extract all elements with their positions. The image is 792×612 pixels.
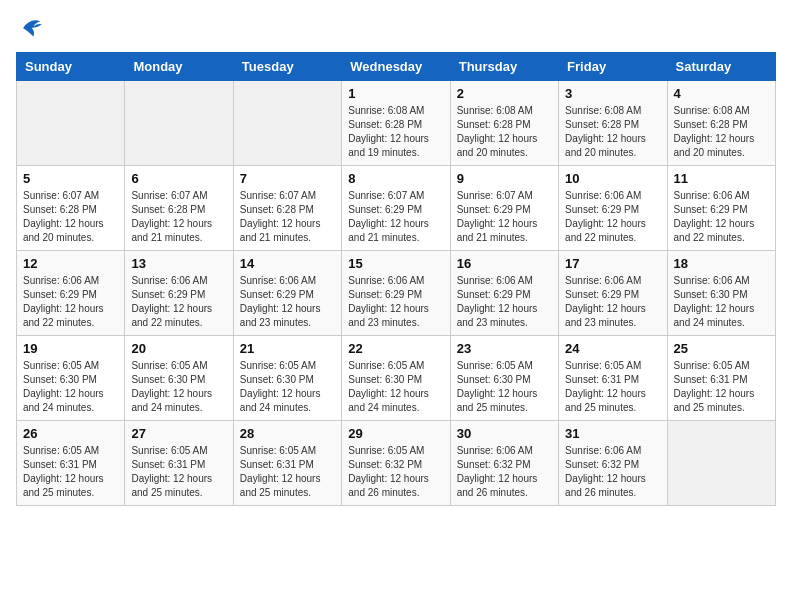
calendar-cell: 8Sunrise: 6:07 AM Sunset: 6:29 PM Daylig… [342,166,450,251]
calendar-cell: 29Sunrise: 6:05 AM Sunset: 6:32 PM Dayli… [342,421,450,506]
day-number: 23 [457,341,552,356]
calendar: SundayMondayTuesdayWednesdayThursdayFrid… [16,52,776,506]
day-info: Sunrise: 6:05 AM Sunset: 6:31 PM Dayligh… [674,359,769,415]
calendar-cell: 5Sunrise: 6:07 AM Sunset: 6:28 PM Daylig… [17,166,125,251]
day-number: 7 [240,171,335,186]
calendar-cell: 10Sunrise: 6:06 AM Sunset: 6:29 PM Dayli… [559,166,667,251]
day-info: Sunrise: 6:06 AM Sunset: 6:29 PM Dayligh… [23,274,118,330]
day-number: 6 [131,171,226,186]
day-info: Sunrise: 6:07 AM Sunset: 6:28 PM Dayligh… [240,189,335,245]
day-number: 21 [240,341,335,356]
day-number: 2 [457,86,552,101]
day-number: 14 [240,256,335,271]
calendar-cell: 27Sunrise: 6:05 AM Sunset: 6:31 PM Dayli… [125,421,233,506]
day-number: 20 [131,341,226,356]
day-number: 27 [131,426,226,441]
day-info: Sunrise: 6:06 AM Sunset: 6:30 PM Dayligh… [674,274,769,330]
day-info: Sunrise: 6:05 AM Sunset: 6:30 PM Dayligh… [457,359,552,415]
calendar-cell: 14Sunrise: 6:06 AM Sunset: 6:29 PM Dayli… [233,251,341,336]
logo-icon [16,16,44,40]
calendar-cell: 30Sunrise: 6:06 AM Sunset: 6:32 PM Dayli… [450,421,558,506]
day-info: Sunrise: 6:06 AM Sunset: 6:29 PM Dayligh… [131,274,226,330]
calendar-cell: 19Sunrise: 6:05 AM Sunset: 6:30 PM Dayli… [17,336,125,421]
day-info: Sunrise: 6:05 AM Sunset: 6:30 PM Dayligh… [348,359,443,415]
day-number: 13 [131,256,226,271]
calendar-cell: 6Sunrise: 6:07 AM Sunset: 6:28 PM Daylig… [125,166,233,251]
day-number: 25 [674,341,769,356]
calendar-cell: 22Sunrise: 6:05 AM Sunset: 6:30 PM Dayli… [342,336,450,421]
day-info: Sunrise: 6:08 AM Sunset: 6:28 PM Dayligh… [674,104,769,160]
calendar-cell: 20Sunrise: 6:05 AM Sunset: 6:30 PM Dayli… [125,336,233,421]
day-info: Sunrise: 6:06 AM Sunset: 6:29 PM Dayligh… [565,189,660,245]
calendar-cell [233,81,341,166]
day-info: Sunrise: 6:05 AM Sunset: 6:31 PM Dayligh… [131,444,226,500]
day-info: Sunrise: 6:07 AM Sunset: 6:29 PM Dayligh… [457,189,552,245]
day-number: 4 [674,86,769,101]
day-info: Sunrise: 6:08 AM Sunset: 6:28 PM Dayligh… [457,104,552,160]
day-number: 29 [348,426,443,441]
weekday-header: Friday [559,53,667,81]
calendar-cell: 13Sunrise: 6:06 AM Sunset: 6:29 PM Dayli… [125,251,233,336]
calendar-cell: 12Sunrise: 6:06 AM Sunset: 6:29 PM Dayli… [17,251,125,336]
calendar-cell: 23Sunrise: 6:05 AM Sunset: 6:30 PM Dayli… [450,336,558,421]
day-number: 17 [565,256,660,271]
calendar-cell [17,81,125,166]
day-number: 15 [348,256,443,271]
weekday-header: Tuesday [233,53,341,81]
day-number: 1 [348,86,443,101]
calendar-cell: 18Sunrise: 6:06 AM Sunset: 6:30 PM Dayli… [667,251,775,336]
day-info: Sunrise: 6:06 AM Sunset: 6:29 PM Dayligh… [240,274,335,330]
day-number: 16 [457,256,552,271]
day-info: Sunrise: 6:08 AM Sunset: 6:28 PM Dayligh… [565,104,660,160]
day-number: 5 [23,171,118,186]
weekday-header: Wednesday [342,53,450,81]
day-number: 8 [348,171,443,186]
calendar-cell: 11Sunrise: 6:06 AM Sunset: 6:29 PM Dayli… [667,166,775,251]
calendar-cell: 3Sunrise: 6:08 AM Sunset: 6:28 PM Daylig… [559,81,667,166]
calendar-cell: 9Sunrise: 6:07 AM Sunset: 6:29 PM Daylig… [450,166,558,251]
day-number: 12 [23,256,118,271]
calendar-cell: 16Sunrise: 6:06 AM Sunset: 6:29 PM Dayli… [450,251,558,336]
calendar-cell: 21Sunrise: 6:05 AM Sunset: 6:30 PM Dayli… [233,336,341,421]
day-number: 18 [674,256,769,271]
weekday-header: Monday [125,53,233,81]
day-info: Sunrise: 6:05 AM Sunset: 6:31 PM Dayligh… [565,359,660,415]
calendar-cell: 31Sunrise: 6:06 AM Sunset: 6:32 PM Dayli… [559,421,667,506]
day-info: Sunrise: 6:07 AM Sunset: 6:28 PM Dayligh… [131,189,226,245]
day-info: Sunrise: 6:06 AM Sunset: 6:32 PM Dayligh… [457,444,552,500]
calendar-header: SundayMondayTuesdayWednesdayThursdayFrid… [17,53,776,81]
header [16,16,776,40]
day-number: 10 [565,171,660,186]
logo [16,16,48,40]
day-number: 19 [23,341,118,356]
calendar-cell: 2Sunrise: 6:08 AM Sunset: 6:28 PM Daylig… [450,81,558,166]
calendar-cell [125,81,233,166]
day-number: 3 [565,86,660,101]
calendar-cell: 7Sunrise: 6:07 AM Sunset: 6:28 PM Daylig… [233,166,341,251]
day-number: 31 [565,426,660,441]
day-info: Sunrise: 6:05 AM Sunset: 6:31 PM Dayligh… [240,444,335,500]
day-number: 24 [565,341,660,356]
day-info: Sunrise: 6:05 AM Sunset: 6:32 PM Dayligh… [348,444,443,500]
day-number: 28 [240,426,335,441]
calendar-cell: 24Sunrise: 6:05 AM Sunset: 6:31 PM Dayli… [559,336,667,421]
day-info: Sunrise: 6:06 AM Sunset: 6:29 PM Dayligh… [457,274,552,330]
day-info: Sunrise: 6:05 AM Sunset: 6:30 PM Dayligh… [240,359,335,415]
day-info: Sunrise: 6:05 AM Sunset: 6:30 PM Dayligh… [131,359,226,415]
day-info: Sunrise: 6:08 AM Sunset: 6:28 PM Dayligh… [348,104,443,160]
day-info: Sunrise: 6:06 AM Sunset: 6:29 PM Dayligh… [348,274,443,330]
day-number: 9 [457,171,552,186]
weekday-header: Saturday [667,53,775,81]
calendar-cell [667,421,775,506]
day-info: Sunrise: 6:06 AM Sunset: 6:29 PM Dayligh… [674,189,769,245]
day-info: Sunrise: 6:06 AM Sunset: 6:32 PM Dayligh… [565,444,660,500]
calendar-cell: 15Sunrise: 6:06 AM Sunset: 6:29 PM Dayli… [342,251,450,336]
day-info: Sunrise: 6:07 AM Sunset: 6:29 PM Dayligh… [348,189,443,245]
day-number: 26 [23,426,118,441]
day-info: Sunrise: 6:07 AM Sunset: 6:28 PM Dayligh… [23,189,118,245]
day-number: 22 [348,341,443,356]
calendar-cell: 17Sunrise: 6:06 AM Sunset: 6:29 PM Dayli… [559,251,667,336]
weekday-header: Sunday [17,53,125,81]
calendar-cell: 26Sunrise: 6:05 AM Sunset: 6:31 PM Dayli… [17,421,125,506]
day-number: 11 [674,171,769,186]
